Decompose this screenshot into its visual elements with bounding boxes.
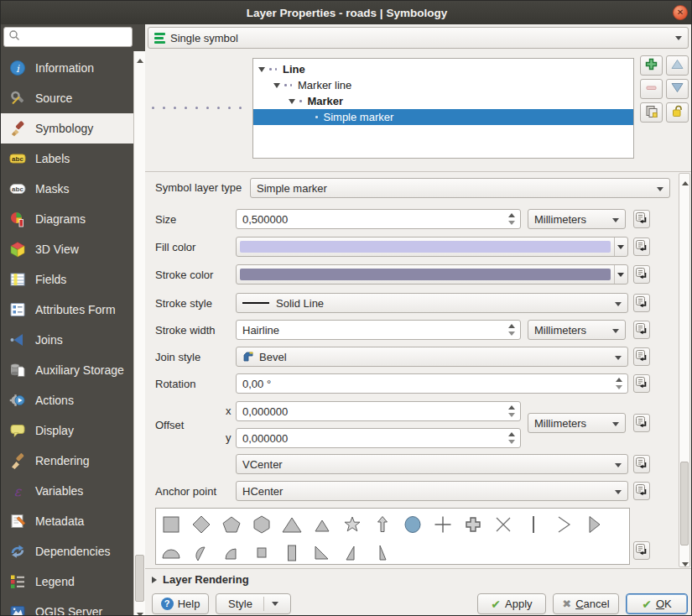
stroke-color-button[interactable]: [236, 264, 628, 285]
shape-third-circle[interactable]: [186, 540, 216, 565]
scroll-up-icon[interactable]: [134, 51, 145, 63]
data-defined-override-button[interactable]: [633, 321, 650, 339]
shape-line[interactable]: [518, 512, 549, 537]
sidebar-item-diagrams[interactable]: Diagrams: [1, 204, 133, 234]
shape-hexagon[interactable]: [247, 512, 277, 537]
stroke-width-unit-select[interactable]: Millimeters: [528, 320, 626, 340]
sidebar-item-qgis-server[interactable]: QGIS Server: [1, 597, 133, 616]
shape-square[interactable]: [156, 512, 186, 537]
shape-diamond[interactable]: [186, 512, 216, 537]
collapse-icon[interactable]: [289, 99, 295, 104]
join-style-select[interactable]: Bevel: [236, 347, 628, 367]
shape-cross-fill[interactable]: [458, 512, 488, 537]
scroll-down-icon[interactable]: [679, 555, 690, 566]
tree-row-marker[interactable]: Marker: [253, 93, 633, 109]
shape-star[interactable]: [337, 512, 367, 537]
scroll-up-icon[interactable]: [679, 174, 690, 185]
spinner-buttons[interactable]: [507, 431, 517, 447]
size-unit-select[interactable]: Millimeters: [528, 209, 626, 229]
shape-cross2[interactable]: [488, 512, 518, 537]
shape-filled-arrowhead[interactable]: [579, 512, 609, 537]
symbol-layer-type-select[interactable]: Simple marker: [250, 178, 670, 198]
apply-button[interactable]: ✔ Apply: [477, 593, 546, 614]
shape-arrowhead[interactable]: [549, 512, 579, 537]
shape-right-half-triangle[interactable]: [337, 540, 367, 565]
shape-left-half-triangle[interactable]: [367, 540, 398, 565]
stroke-style-select[interactable]: Solid Line: [236, 293, 628, 313]
sidebar-item-source[interactable]: Source: [1, 83, 133, 113]
sidebar-item-dependencies[interactable]: Dependencies: [1, 536, 133, 566]
anchor-horizontal-select[interactable]: HCenter: [236, 481, 628, 501]
form-scrollbar[interactable]: [679, 173, 690, 567]
remove-symbol-layer-button[interactable]: [640, 79, 663, 99]
shape-arrow[interactable]: [367, 512, 398, 537]
spinner-buttons[interactable]: [507, 211, 517, 228]
data-defined-override-button[interactable]: [633, 455, 650, 473]
duplicate-symbol-layer-button[interactable]: [640, 102, 663, 123]
sidebar-item-joins[interactable]: Joins: [1, 325, 133, 355]
sidebar-item-fields[interactable]: Fields: [1, 264, 133, 295]
shape-semi-circle[interactable]: [156, 540, 186, 565]
offset-x-input[interactable]: 0,000000: [236, 401, 521, 421]
sidebar-item-variables[interactable]: ε Variables: [1, 476, 133, 506]
shape-quarter-circle[interactable]: [216, 540, 247, 565]
scrollbar-thumb[interactable]: [680, 462, 689, 546]
shape-equilateral-triangle[interactable]: [307, 512, 337, 537]
sidebar-item-information[interactable]: i Information: [1, 53, 133, 83]
offset-y-input[interactable]: 0,000000: [236, 428, 521, 448]
data-defined-override-button[interactable]: [633, 210, 650, 228]
sidebar-item-display[interactable]: Display: [1, 415, 133, 446]
tree-row-line[interactable]: Line: [253, 61, 633, 77]
shape-triangle[interactable]: [277, 512, 307, 537]
offset-unit-select[interactable]: Millimeters: [528, 413, 626, 433]
tree-row-marker-line[interactable]: Marker line: [253, 77, 633, 93]
search-input[interactable]: [3, 27, 133, 47]
shape-quarter-square[interactable]: [247, 540, 277, 565]
data-defined-override-button[interactable]: [633, 294, 650, 312]
sidebar-item-attributes-form[interactable]: Attributes Form: [1, 295, 133, 325]
titlebar[interactable]: Layer Properties - roads | Symbology ✕: [1, 1, 692, 24]
lock-colors-button[interactable]: [666, 102, 689, 123]
data-defined-override-button[interactable]: [633, 482, 650, 500]
spinner-buttons[interactable]: [614, 376, 624, 393]
scroll-down-icon[interactable]: [134, 605, 145, 616]
stroke-width-input[interactable]: Hairline: [236, 320, 521, 340]
anchor-vertical-select[interactable]: VCenter: [236, 454, 628, 474]
collapse-icon[interactable]: [273, 83, 280, 88]
cancel-button[interactable]: ✖ Cancel: [553, 593, 619, 614]
sidebar-item-auxiliary-storage[interactable]: Auxiliary Storage: [1, 355, 133, 385]
spinner-buttons[interactable]: [507, 404, 517, 420]
move-down-button[interactable]: [666, 79, 689, 99]
spinner-buttons[interactable]: [507, 322, 517, 339]
fill-color-button[interactable]: [236, 237, 628, 257]
style-button[interactable]: Style: [216, 593, 291, 614]
data-defined-override-button[interactable]: [633, 541, 650, 560]
data-defined-override-button[interactable]: [633, 347, 650, 366]
sidebar-scrollbar[interactable]: [133, 51, 145, 616]
sidebar-item-labels[interactable]: abc Labels: [1, 144, 133, 174]
data-defined-override-button[interactable]: [633, 265, 650, 284]
data-defined-override-button[interactable]: [633, 374, 650, 393]
chevron-down-icon[interactable]: [272, 602, 278, 606]
move-up-button[interactable]: [666, 55, 689, 76]
sidebar-item-symbology[interactable]: Symbology: [1, 113, 133, 144]
sidebar-item-metadata[interactable]: Metadata: [1, 506, 133, 536]
shape-cross[interactable]: [428, 512, 458, 537]
sidebar-item-legend[interactable]: Legend: [1, 566, 133, 597]
sidebar-item-3d-view[interactable]: 3D View: [1, 234, 133, 264]
collapse-icon[interactable]: [258, 67, 265, 72]
ok-button[interactable]: ✔ OK: [626, 593, 688, 614]
sidebar-item-rendering[interactable]: Rendering: [1, 446, 133, 476]
shape-pentagon[interactable]: [216, 512, 247, 537]
sidebar-item-masks[interactable]: abc Masks: [1, 174, 133, 204]
scrollbar-thumb[interactable]: [135, 555, 144, 602]
data-defined-override-button[interactable]: [633, 238, 650, 256]
add-symbol-layer-button[interactable]: [640, 55, 663, 76]
close-icon[interactable]: ✕: [673, 5, 688, 20]
sidebar-item-actions[interactable]: Actions: [1, 385, 133, 415]
rotation-input[interactable]: 0,00 °: [236, 373, 628, 394]
shape-half-square[interactable]: [277, 540, 307, 565]
stroke-color-dropdown[interactable]: [614, 265, 627, 284]
shape-circle-selected[interactable]: [398, 512, 428, 537]
shape-diagonal-half-square[interactable]: [307, 540, 337, 565]
